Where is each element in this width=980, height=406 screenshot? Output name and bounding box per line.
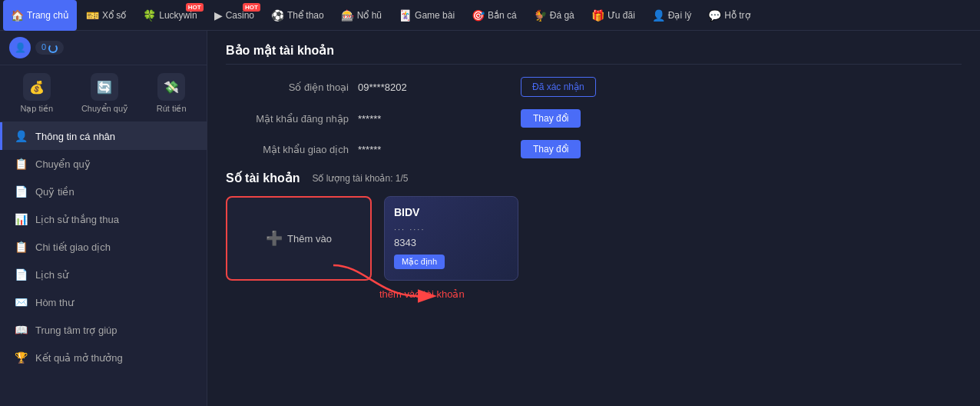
nav-label: Game bài (415, 10, 455, 21)
nav-label: Đại lý (668, 10, 691, 21)
transaction-icon: 📋 (15, 241, 28, 253)
sidebar-item-label: Quỹ tiền (35, 186, 74, 198)
lucky-icon: 🍀 (143, 9, 156, 22)
sidebar-item-chuyen-quy[interactable]: 📋 Chuyển quỹ (0, 150, 207, 178)
nav-xo-so[interactable]: 🎫 Xổ số (78, 0, 134, 31)
nav-luckywin[interactable]: 🍀 Luckywin HOT (135, 0, 204, 31)
phone-row: Số điện thoại 09****8202 Đã xác nhận (226, 77, 962, 97)
gift-icon: 🎁 (591, 9, 604, 22)
hot-badge: HOT (186, 3, 204, 12)
sidebar-menu: 👤 Thông tin cá nhân 📋 Chuyển quỹ 📄 Quỹ t… (0, 122, 207, 371)
phone-label: Số điện thoại (226, 82, 349, 93)
add-card-button[interactable]: ➕ Thêm vào (226, 196, 372, 281)
action-label: Nạp tiền (20, 104, 53, 114)
chuyen-quy-button[interactable]: 🔄 Chuyển quỹ (81, 73, 128, 114)
home-icon: 🏠 (11, 9, 24, 22)
bank-card-dots: ··· ···· (394, 225, 508, 234)
annotation-text: thêm vào tài khoản (379, 288, 962, 300)
transaction-password-label: Mật khẩu giao dịch (226, 144, 349, 155)
sidebar-item-quy-tien[interactable]: 📄 Quỹ tiền (0, 178, 207, 205)
sidebar-item-label: Chuyển quỹ (35, 158, 91, 170)
sidebar-item-label: Lịch sử (35, 269, 68, 281)
sidebar-item-hom-thu[interactable]: ✉️ Hòm thư (0, 288, 207, 316)
action-label: Rút tiền (157, 104, 187, 114)
nav-dai-ly[interactable]: 👤 Đại lý (644, 0, 699, 31)
top-navigation: 🏠 Trang chủ 🎫 Xổ số 🍀 Luckywin HOT ▶ Cas… (0, 0, 980, 31)
sidebar-item-label: Thông tin cá nhân (35, 131, 115, 142)
trophy-icon: 🏆 (15, 351, 28, 364)
agent-icon: 👤 (652, 9, 665, 22)
bank-card-default-button[interactable]: Mặc định (394, 255, 445, 269)
login-password-change-button[interactable]: Thay đổi (521, 109, 581, 128)
main-layout: 👤 0 💰 Nạp tiền 🔄 Chuyển quỹ 💸 Rút tiền (0, 31, 980, 406)
nav-casino[interactable]: ▶ Casino HOT (207, 0, 262, 31)
nav-ban-ca[interactable]: 🎯 Bắn cá (464, 0, 525, 31)
nav-da-ga[interactable]: 🐓 Đá gà (526, 0, 582, 31)
nav-the-thao[interactable]: ⚽ Thể thao (263, 0, 332, 31)
sidebar-item-chi-tiet-giao-dich[interactable]: 📋 Chi tiết giao dịch (0, 233, 207, 261)
login-password-value: ****** (358, 113, 512, 125)
nav-label: Hỗ trợ (724, 10, 750, 21)
sidebar-item-trung-tam-tro-giup[interactable]: 📖 Trung tâm trợ giúp (0, 316, 207, 344)
rut-tien-button[interactable]: 💸 Rút tiền (157, 73, 187, 114)
nav-ho-tro[interactable]: 💬 Hỗ trợ (700, 0, 757, 31)
cards-icon: 🃏 (399, 9, 412, 22)
action-label: Chuyển quỹ (81, 104, 128, 114)
person-icon: 👤 (15, 130, 28, 142)
sidebar-top: 👤 0 (0, 31, 207, 65)
sidebar-item-lich-su[interactable]: 📄 Lịch sử (0, 261, 207, 288)
add-card-label: Thêm vào (287, 233, 332, 245)
help-icon: 📖 (15, 324, 28, 336)
nav-label: Luckywin (159, 10, 197, 21)
sidebar-item-thong-tin[interactable]: 👤 Thông tin cá nhân (0, 122, 207, 150)
loading-spinner (48, 44, 58, 53)
transaction-password-value: ****** (358, 144, 512, 155)
annotation-area: thêm vào tài khoản (226, 288, 962, 300)
nav-label: Thể thao (287, 10, 324, 21)
withdraw-icon: 💸 (157, 73, 185, 101)
nav-label: Xổ số (102, 10, 126, 21)
bank-title: Số tài khoản (226, 171, 300, 185)
nav-label: Đá gà (550, 10, 574, 21)
sidebar-item-label: Hòm thư (35, 297, 74, 308)
slots-icon: 🎰 (341, 9, 354, 22)
bank-header: Số tài khoản Số lượng tài khoản: 1/5 (226, 171, 962, 185)
login-password-row: Mật khẩu đăng nhập ****** Thay đổi (226, 109, 962, 128)
nav-game-bai[interactable]: 🃏 Game bài (391, 0, 462, 31)
nav-label: Ưu đãi (608, 10, 635, 21)
nav-trang-chu[interactable]: 🏠 Trang chủ (3, 0, 77, 31)
nav-no-hu[interactable]: 🎰 Nổ hũ (333, 0, 389, 31)
nav-uu-dai[interactable]: 🎁 Ưu đãi (584, 0, 643, 31)
fish-icon: 🎯 (472, 9, 485, 22)
bank-count: Số lượng tài khoản: 1/5 (312, 173, 408, 184)
phone-confirmed-button[interactable]: Đã xác nhận (521, 77, 596, 97)
main-content: Bảo mật tài khoản Số điện thoại 09****82… (207, 31, 980, 406)
support-icon: 💬 (708, 9, 721, 22)
phone-value: 09****8202 (358, 82, 512, 93)
bank-cards-container: ➕ Thêm vào BIDV ··· ···· 8343 Mặc định (226, 196, 962, 281)
sidebar-item-ket-qua-mo-thuong[interactable]: 🏆 Kết quả mở thưởng (0, 344, 207, 371)
hot-badge: HOT (243, 3, 260, 12)
casino-icon: ▶ (214, 9, 223, 22)
sidebar-item-lich-su-thang-thua[interactable]: 📊 Lịch sử thắng thua (0, 205, 207, 233)
sidebar-item-label: Chi tiết giao dịch (35, 241, 111, 253)
plus-icon: ➕ (266, 230, 283, 247)
nav-label: Trang chủ (27, 10, 69, 21)
sports-icon: ⚽ (271, 9, 284, 22)
nav-label: Nổ hũ (357, 10, 382, 21)
lottery-icon: 🎫 (86, 9, 99, 22)
nav-label: Bắn cá (488, 10, 517, 21)
deposit-icon: 💰 (23, 73, 51, 101)
transaction-password-row: Mật khẩu giao dịch ****** Thay đổi (226, 140, 962, 158)
mail-icon: ✉️ (15, 296, 28, 308)
nap-tien-button[interactable]: 💰 Nạp tiền (20, 73, 53, 114)
transfer-icon: 🔄 (91, 73, 118, 101)
history-icon: 📊 (15, 213, 28, 225)
bank-card-number: 8343 (394, 237, 508, 248)
fund-icon: 📄 (15, 185, 28, 198)
bank-section: Số tài khoản Số lượng tài khoản: 1/5 ➕ T… (226, 171, 962, 300)
transaction-password-change-button[interactable]: Thay đổi (521, 140, 581, 158)
bank-card-name: BIDV (394, 206, 508, 218)
balance-value: 0 (41, 42, 46, 52)
sidebar: 👤 0 💰 Nạp tiền 🔄 Chuyển quỹ 💸 Rút tiền (0, 31, 207, 406)
